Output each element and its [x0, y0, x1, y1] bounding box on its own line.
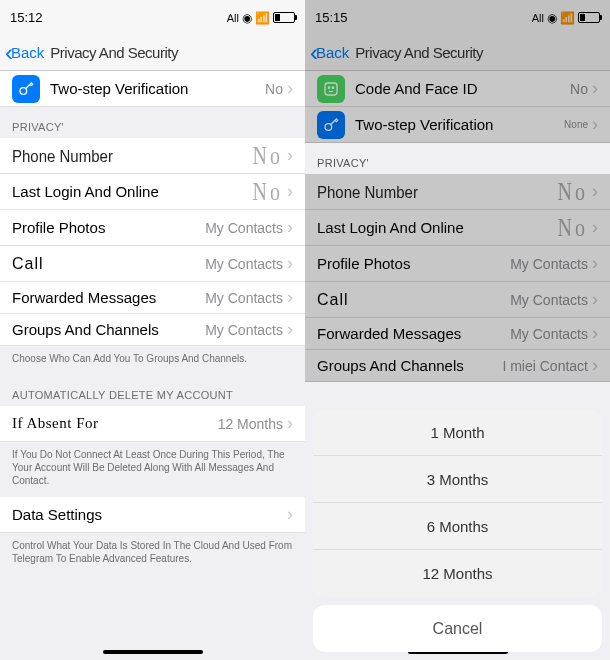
groups-value: I miei Contact [502, 358, 588, 374]
sheet-option-6months[interactable]: 6 Months [313, 503, 602, 550]
wifi-icon: ◉ [547, 11, 557, 25]
row-twostep[interactable]: Two-step Verification No › [0, 71, 305, 107]
photos-label: Profile Photos [317, 255, 510, 272]
data-label: Data Settings [12, 506, 287, 523]
nav-bar: ‹ Back Privacy And Security [0, 35, 305, 71]
row-data-settings[interactable]: Data Settings › [0, 497, 305, 533]
chevron-right-icon: › [287, 253, 293, 274]
phone-value: No [558, 177, 588, 207]
lastlogin-value: No [558, 213, 588, 243]
call-value: My Contacts [205, 256, 283, 272]
wifi-icon: ◉ [242, 11, 252, 25]
chevron-right-icon: › [287, 319, 293, 340]
lastlogin-value: No [253, 177, 283, 207]
action-sheet: 1 Month 3 Months 6 Months 12 Months Canc… [313, 409, 602, 652]
codeface-label: Code And Face ID [355, 80, 570, 97]
row-call[interactable]: Call My Contacts › [0, 246, 305, 282]
signal-icon: 📶 [560, 11, 575, 25]
twostep-label: Two-step Verification [50, 80, 265, 97]
status-time: 15:12 [10, 10, 43, 25]
back-label[interactable]: Back [11, 44, 44, 61]
photos-value: My Contacts [205, 220, 283, 236]
chevron-right-icon: › [287, 413, 293, 434]
fwd-value: My Contacts [205, 290, 283, 306]
phone-value: No [253, 141, 283, 171]
chevron-right-icon: › [287, 181, 293, 202]
row-groups[interactable]: Groups And Channels I miei Contact › [305, 350, 610, 382]
row-twostep[interactable]: Two-step Verification None › [305, 107, 610, 143]
sheet-cancel-button[interactable]: Cancel [313, 605, 602, 652]
photos-label: Profile Photos [12, 219, 205, 236]
sheet-options: 1 Month 3 Months 6 Months 12 Months [313, 409, 602, 597]
svg-rect-1 [325, 83, 337, 95]
twostep-label: Two-step Verification [355, 116, 564, 133]
row-forwarded[interactable]: Forwarded Messages My Contacts › [0, 282, 305, 314]
back-label[interactable]: Back [316, 44, 349, 61]
lastlogin-label: Last Login And Online [317, 219, 558, 236]
row-absent[interactable]: If Absent For 12 Months › [0, 406, 305, 442]
key-icon [12, 75, 40, 103]
call-value: My Contacts [510, 292, 588, 308]
chevron-right-icon: › [592, 289, 598, 310]
twostep-value: None [564, 119, 588, 130]
row-forwarded[interactable]: Forwarded Messages My Contacts › [305, 318, 610, 350]
phone-label: Phone Number [12, 146, 253, 166]
groups-footer: Choose Who Can Add You To Groups And Cha… [0, 346, 305, 375]
fwd-label: Forwarded Messages [317, 325, 510, 342]
twostep-value: No [265, 81, 283, 97]
row-groups[interactable]: Groups And Channels My Contacts › [0, 314, 305, 346]
absent-value: 12 Months [218, 416, 283, 432]
groups-label: Groups And Channels [317, 357, 502, 374]
chevron-right-icon: › [287, 78, 293, 99]
settings-list[interactable]: Two-step Verification No › PRIVACY' Phon… [0, 71, 305, 660]
signal-icon: 📶 [255, 11, 270, 25]
chevron-right-icon: › [592, 181, 598, 202]
phone-label: Phone Number [317, 182, 558, 202]
home-indicator[interactable] [103, 650, 203, 654]
groups-value: My Contacts [205, 322, 283, 338]
row-photos[interactable]: Profile Photos My Contacts › [305, 246, 610, 282]
status-indicators: All ◉ 📶 [532, 11, 600, 25]
chevron-right-icon: › [287, 504, 293, 525]
status-bar: 15:15 All ◉ 📶 [305, 0, 610, 35]
svg-point-2 [328, 87, 329, 88]
fwd-label: Forwarded Messages [12, 289, 205, 306]
row-phone[interactable]: Phone Number No › [305, 174, 610, 210]
data-footer: Control What Your Data Is Stored In The … [0, 533, 305, 575]
network-label: All [532, 12, 544, 24]
groups-label: Groups And Channels [12, 321, 205, 338]
faceid-icon [317, 75, 345, 103]
row-lastlogin[interactable]: Last Login And Online No › [0, 174, 305, 210]
nav-title: Privacy And Security [50, 44, 178, 61]
section-autodelete: AUTOMATICALLY DELETE MY ACCOUNT [0, 375, 305, 406]
sheet-option-1month[interactable]: 1 Month [313, 409, 602, 456]
nav-title: Privacy And Security [355, 44, 483, 61]
status-indicators: All ◉ 📶 [227, 11, 295, 25]
chevron-right-icon: › [592, 78, 598, 99]
status-time: 15:15 [315, 10, 348, 25]
svg-point-3 [332, 87, 333, 88]
sheet-option-12months[interactable]: 12 Months [313, 550, 602, 597]
chevron-right-icon: › [592, 355, 598, 376]
section-privacy: PRIVACY' [305, 143, 610, 174]
chevron-right-icon: › [287, 217, 293, 238]
row-lastlogin[interactable]: Last Login And Online No › [305, 210, 610, 246]
row-call[interactable]: Call My Contacts › [305, 282, 610, 318]
sheet-option-3months[interactable]: 3 Months [313, 456, 602, 503]
row-photos[interactable]: Profile Photos My Contacts › [0, 210, 305, 246]
row-phone[interactable]: Phone Number No › [0, 138, 305, 174]
codeface-value: No [570, 81, 588, 97]
network-label: All [227, 12, 239, 24]
nav-bar: ‹ Back Privacy And Security [305, 35, 610, 71]
chevron-right-icon: › [592, 217, 598, 238]
row-codeface[interactable]: Code And Face ID No › [305, 71, 610, 107]
key-icon [317, 111, 345, 139]
chevron-right-icon: › [592, 323, 598, 344]
screen-left: 15:12 All ◉ 📶 ‹ Back Privacy And Securit… [0, 0, 305, 660]
call-label: Call [317, 291, 510, 309]
status-bar: 15:12 All ◉ 📶 [0, 0, 305, 35]
fwd-value: My Contacts [510, 326, 588, 342]
absent-label: If Absent For [12, 415, 218, 432]
screen-right: 15:15 All ◉ 📶 ‹ Back Privacy And Securit… [305, 0, 610, 660]
call-label: Call [12, 255, 205, 273]
